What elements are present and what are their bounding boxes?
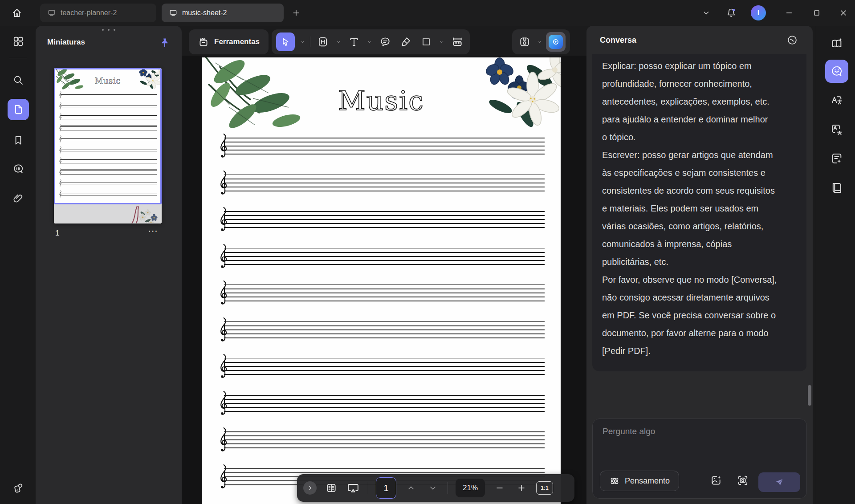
page-up-icon — [406, 483, 416, 493]
chat-message-line: consistentes de acordo com seus requisit… — [602, 182, 797, 199]
presentation-mode-button[interactable] — [346, 481, 360, 495]
chat-message-line: [Pedir PDF]. — [602, 342, 797, 360]
save-toolbar — [512, 29, 570, 54]
minimize-icon — [785, 8, 794, 17]
shape-tool-button[interactable] — [418, 33, 434, 51]
add-tab-button[interactable] — [290, 7, 302, 19]
translate-page-button[interactable] — [825, 118, 848, 141]
chat-message-line: antecedentes, explicações, exemplos, etc… — [602, 93, 797, 110]
shape-tool-dropdown[interactable] — [439, 39, 445, 45]
music-staff — [218, 358, 545, 375]
panel-drag-handle[interactable] — [102, 29, 115, 31]
minimize-button[interactable] — [780, 4, 798, 22]
staff-lines — [224, 431, 545, 448]
thumbnail-more-button[interactable]: ⋯ — [148, 225, 159, 237]
field-tool-button[interactable] — [315, 33, 331, 51]
chat-scrollbar-thumb[interactable] — [808, 385, 811, 406]
music-staff — [218, 138, 545, 154]
tab-teacher-planner-2[interactable]: teacher-planner-2 — [40, 4, 156, 22]
search-button[interactable] — [8, 69, 29, 91]
reader-icon — [831, 182, 843, 194]
document-canvas[interactable]: Music — [182, 56, 586, 504]
ai-tools-button[interactable] — [825, 32, 848, 55]
send-button[interactable] — [758, 472, 800, 492]
chat-message-line: e materiais. Eles podem ser usados em — [602, 199, 797, 217]
music-sheet-page: Music — [54, 68, 162, 224]
comment-tool-button[interactable] — [377, 33, 393, 51]
next-page-button[interactable] — [426, 481, 440, 495]
tools-menu-button[interactable]: Ferramentas — [189, 29, 269, 54]
chat-history-button[interactable] — [784, 32, 800, 48]
ai-chat-button[interactable] — [825, 60, 848, 83]
staff-lines — [224, 248, 545, 265]
maximize-icon — [812, 8, 821, 17]
text-icon — [348, 36, 360, 48]
music-staff — [218, 248, 545, 265]
save-button[interactable] — [517, 33, 533, 51]
translate-button[interactable] — [825, 89, 848, 112]
field-tool-dropdown[interactable] — [335, 39, 342, 45]
ai-summary-button[interactable] — [825, 147, 848, 170]
actual-size-button[interactable]: 1:1 — [536, 481, 553, 495]
avatar[interactable]: I — [751, 5, 766, 20]
facing-pages-icon — [326, 482, 337, 494]
previous-page-button[interactable] — [404, 481, 418, 495]
save-dropdown[interactable] — [536, 39, 542, 45]
page-thumbnail[interactable]: Music — [54, 68, 162, 224]
select-tool-button[interactable] — [276, 33, 295, 51]
page-number-input[interactable] — [376, 477, 396, 499]
chat-input-card[interactable]: Pergunte algo Pensamento — [592, 419, 807, 499]
bookmarks-button[interactable] — [8, 130, 29, 151]
view-status-toolbar: 21% 1:1 — [297, 474, 574, 502]
grid-icon — [12, 36, 24, 47]
attach-image-button[interactable] — [709, 474, 723, 487]
chat-panel-title: Conversa — [600, 36, 636, 45]
avatar-letter: I — [757, 9, 759, 17]
chat-message-line: Escrever: posso gerar artigos que atenda… — [602, 146, 797, 164]
screenshot-button[interactable] — [736, 474, 749, 487]
text-tool-button[interactable] — [346, 33, 362, 51]
field-h-icon — [317, 36, 329, 48]
ai-assistant-button[interactable] — [546, 32, 566, 52]
chat-message-line: não consigo acessar diretamente arquivos — [602, 289, 797, 306]
music-staff — [59, 180, 157, 185]
zoom-level-value[interactable]: 21% — [456, 479, 485, 497]
staff-lines — [61, 114, 157, 119]
window-menu-button[interactable] — [697, 4, 715, 22]
chat-message-line: às especificações e sejam consistentes e — [602, 164, 797, 182]
text-tool-dropdown[interactable] — [366, 39, 373, 45]
apps-grid-button[interactable] — [8, 31, 29, 52]
highlighter-tool-button[interactable] — [398, 33, 414, 51]
chat-message-line: para ajudálo a entender e dominar melhor — [602, 110, 797, 128]
attachments-button[interactable] — [8, 187, 29, 209]
chat-message-area: Explicar: posso explicar um tópico empro… — [586, 54, 806, 419]
chat-input-placeholder[interactable]: Pergunte algo — [603, 427, 655, 436]
music-staff — [59, 103, 157, 108]
thinking-mode-button[interactable]: Pensamento — [600, 471, 679, 491]
close-button[interactable] — [835, 4, 852, 22]
pin-icon — [159, 37, 170, 48]
home-button[interactable] — [7, 4, 27, 22]
zoom-out-button[interactable] — [493, 481, 507, 495]
music-staff — [218, 211, 545, 228]
measure-tool-button[interactable] — [449, 33, 465, 51]
select-tool-dropdown[interactable] — [299, 39, 305, 45]
chat-message-line: o tópico. — [602, 128, 797, 146]
comments-button[interactable] — [8, 158, 29, 179]
music-staff — [59, 191, 157, 196]
page-down-icon — [428, 483, 438, 493]
ai-logo-icon — [549, 35, 563, 49]
home-icon — [11, 7, 23, 19]
expand-toolbar-button[interactable] — [303, 481, 317, 495]
pin-panel-button[interactable] — [158, 36, 172, 50]
thumbnails-panel-button[interactable] — [8, 99, 29, 120]
stamps-button[interactable] — [8, 477, 29, 499]
reader-panel-button[interactable] — [825, 176, 848, 199]
maximize-button[interactable] — [808, 4, 826, 22]
notifications-button[interactable] — [722, 4, 740, 22]
staff-lines — [224, 395, 545, 412]
page-layout-button[interactable] — [324, 481, 338, 495]
thumbnail-page-number: 1 — [55, 229, 59, 238]
tab-music-sheet-2[interactable]: music-sheet-2 — [162, 4, 284, 22]
zoom-in-button[interactable] — [514, 481, 529, 495]
